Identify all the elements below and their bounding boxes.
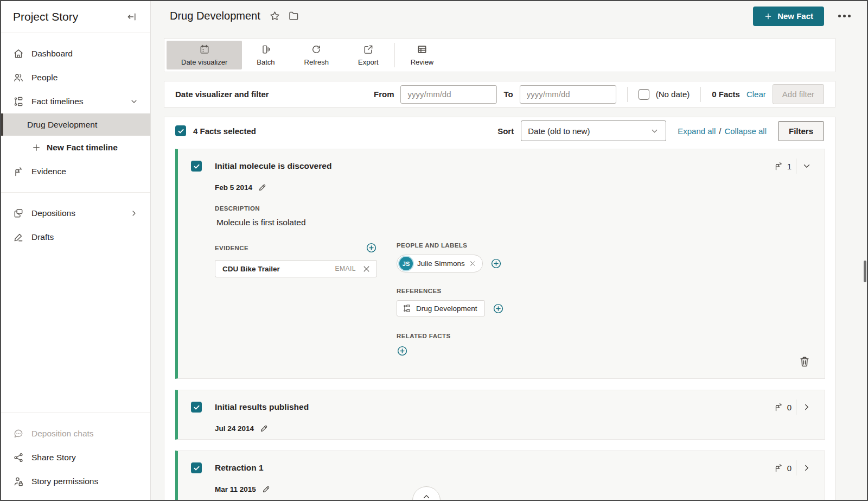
star-icon[interactable] — [269, 10, 280, 22]
to-label: To — [503, 90, 513, 99]
tab-refresh[interactable]: Refresh — [290, 41, 344, 69]
sidebar-divider — [1, 192, 150, 193]
expand-card-chevron[interactable] — [801, 462, 813, 474]
date-from-input[interactable] — [400, 85, 497, 104]
evidence-count: 0 — [774, 402, 792, 412]
add-filter-button[interactable]: Add filter — [773, 84, 824, 104]
evidence-flag-icon — [774, 463, 783, 473]
fact-title: Retraction 1 — [215, 463, 264, 473]
plus-icon — [31, 143, 41, 153]
chevron-down-icon[interactable] — [130, 97, 138, 106]
vertical-scrollbar[interactable] — [864, 261, 866, 282]
fact-date: Mar 11 2015 — [215, 485, 256, 493]
main-area: Drug Development New Fact Date visualize… — [151, 1, 867, 500]
sort-select[interactable]: Date (old to new) — [521, 121, 666, 141]
description-text: Molecule is first isolated — [215, 218, 825, 227]
chevron-right-icon[interactable] — [130, 209, 138, 218]
description-label: DESCRIPTION — [215, 205, 825, 212]
sidebar-nav: Dashboard People Fact timelines Drug Dev… — [1, 33, 150, 249]
facts-selected-count: 4 Facts selected — [193, 126, 256, 136]
drafts-pencil-icon — [13, 232, 24, 243]
plus-icon — [764, 12, 773, 21]
export-icon — [363, 44, 374, 55]
chat-bubble-icon — [13, 428, 24, 439]
related-facts-label: RELATED FACTS — [397, 333, 504, 339]
sidebar-item-deposition-chats[interactable]: Deposition chats — [1, 422, 150, 446]
date-to-input[interactable] — [520, 85, 616, 104]
sidebar-item-fact-timelines[interactable]: Fact timelines — [1, 90, 150, 113]
no-date-checkbox[interactable] — [639, 89, 649, 100]
divider — [796, 399, 796, 415]
evidence-count: 1 — [774, 161, 792, 171]
select-all-checkbox[interactable] — [175, 125, 186, 136]
project-title: Project Story — [13, 10, 78, 23]
reference-chip[interactable]: Drug Development — [397, 300, 485, 316]
clear-link[interactable]: Clear — [746, 90, 766, 99]
remove-evidence-icon[interactable] — [362, 265, 371, 273]
from-label: From — [374, 90, 394, 99]
sidebar-item-drug-development[interactable]: Drug Development — [1, 113, 150, 136]
divider — [796, 158, 796, 174]
depositions-icon — [13, 208, 24, 219]
fact-title: Initial results published — [215, 402, 309, 412]
sidebar-header: Project Story — [1, 1, 150, 33]
new-fact-button[interactable]: New Fact — [753, 7, 824, 26]
fact-title: Initial molecule is discovered — [215, 161, 331, 171]
chevron-down-icon — [650, 126, 659, 136]
fact-card-retraction-1: Retraction 1 0 Mar 11 2015 — [175, 451, 825, 500]
sidebar: Project Story Dashboard People Fact time… — [1, 1, 151, 500]
add-person-button[interactable] — [490, 258, 502, 269]
calendar-icon — [199, 44, 210, 55]
timeline-icon — [403, 304, 411, 313]
edit-date-pencil-icon[interactable] — [258, 183, 267, 192]
page-header: Drug Development New Fact — [151, 1, 867, 31]
sidebar-item-people[interactable]: People — [1, 66, 150, 90]
fact-checkbox[interactable] — [191, 402, 202, 413]
edit-date-pencil-icon[interactable] — [259, 424, 269, 433]
remove-person-icon[interactable] — [469, 260, 476, 267]
delete-fact-button[interactable] — [799, 356, 810, 367]
evidence-flag-icon — [774, 161, 783, 171]
fact-timelines-icon — [13, 96, 24, 107]
sidebar-item-dashboard[interactable]: Dashboard — [1, 42, 150, 66]
sidebar-item-story-permissions[interactable]: Story permissions — [1, 470, 150, 493]
avatar: JS — [399, 257, 413, 270]
sidebar-item-depositions[interactable]: Depositions — [1, 201, 150, 225]
sidebar-item-share-story[interactable]: Share Story — [1, 446, 150, 470]
people-labels-label: PEOPLE AND LABELS — [397, 242, 504, 249]
sidebar-item-drafts[interactable]: Drafts — [1, 225, 150, 249]
add-related-fact-button[interactable] — [397, 345, 408, 357]
tab-export[interactable]: Export — [343, 41, 393, 69]
batch-icon — [260, 44, 271, 55]
fact-list: Initial molecule is discovered 1 Feb 5 2… — [164, 144, 835, 500]
fact-card-initial-molecule: Initial molecule is discovered 1 Feb 5 2… — [175, 149, 825, 379]
edit-date-pencil-icon[interactable] — [261, 485, 271, 494]
fact-checkbox[interactable] — [191, 462, 202, 473]
collapse-sidebar-icon[interactable] — [126, 11, 137, 22]
add-reference-button[interactable] — [493, 303, 504, 314]
collapse-card-chevron[interactable] — [801, 160, 813, 172]
review-table-icon — [417, 44, 427, 55]
add-evidence-button[interactable] — [366, 242, 377, 253]
refresh-icon — [311, 44, 322, 55]
evidence-count: 0 — [774, 463, 792, 473]
folder-icon[interactable] — [288, 10, 299, 22]
fact-checkbox[interactable] — [191, 161, 202, 172]
tab-date-visualizer[interactable]: Date visualizer — [167, 41, 242, 69]
date-filter-bar: Date visualizer and filter From To (No d… — [164, 81, 835, 107]
expand-all-link[interactable]: Expand all — [678, 126, 716, 136]
selection-sort-bar: 4 Facts selected Sort Date (old to new) … — [164, 117, 835, 144]
evidence-label: EVIDENCE — [215, 245, 248, 251]
person-chip[interactable]: JS Julie Simmons — [397, 255, 483, 272]
expand-card-chevron[interactable] — [801, 401, 813, 413]
tab-review[interactable]: Review — [396, 41, 449, 69]
more-options-button[interactable] — [837, 11, 852, 21]
sidebar-item-new-fact-timeline[interactable]: New Fact timeline — [1, 136, 150, 160]
collapse-all-link[interactable]: Collapse all — [724, 126, 767, 136]
sidebar-item-evidence[interactable]: Evidence — [1, 160, 150, 183]
sort-label: Sort — [497, 126, 514, 136]
evidence-item[interactable]: CDU Bike Trailer EMAIL — [215, 260, 377, 277]
filters-button[interactable]: Filters — [778, 121, 824, 141]
tab-batch[interactable]: Batch — [242, 41, 289, 69]
facts-count: 0 Facts — [712, 90, 740, 99]
